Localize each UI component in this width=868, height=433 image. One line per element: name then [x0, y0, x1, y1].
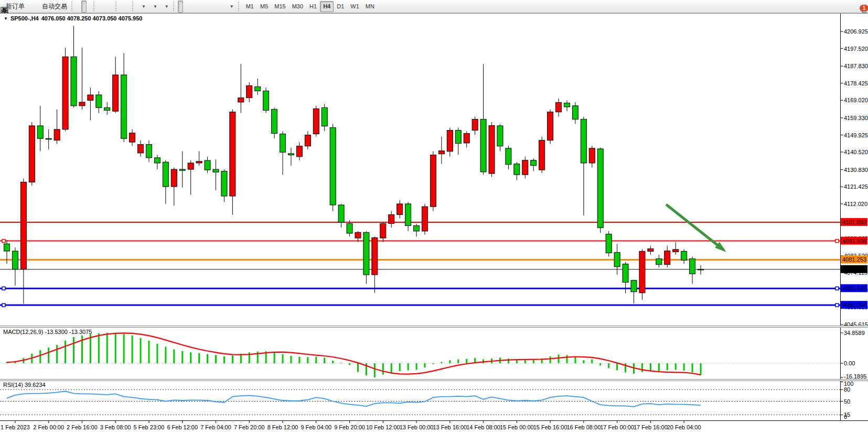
bar-chart-button[interactable]: [76, 1, 81, 13]
crosshair-button[interactable]: [183, 1, 188, 13]
timeframe-mn[interactable]: MN: [362, 1, 378, 12]
toolbar: 新订单自动交易▼▼▼EFAT▼M1M5M15M30H1H4D1W1MN: [0, 0, 868, 13]
candle: [121, 75, 127, 138]
chart-shift-button[interactable]: [125, 1, 131, 13]
candle: [62, 57, 68, 129]
horizontal-line-button[interactable]: [194, 1, 199, 13]
timeframe-d1[interactable]: D1: [334, 1, 347, 12]
vertical-line-button[interactable]: [188, 1, 194, 13]
fibonacci-button[interactable]: F: [209, 1, 215, 13]
candle: [480, 119, 486, 171]
periods-button[interactable]: ▼: [148, 1, 160, 13]
new-order-button-label: 新订单: [6, 2, 25, 11]
time-tick-label: 17 Feb 00:00: [600, 424, 634, 430]
price-tick-label: 4159.330: [844, 115, 868, 121]
market-watch-button[interactable]: [27, 1, 33, 13]
dropdown-caret-icon[interactable]: ▼: [153, 4, 157, 9]
trend-arrow[interactable]: [666, 204, 724, 250]
trendline-button[interactable]: [199, 1, 204, 13]
candle: [263, 91, 269, 110]
candle: [188, 163, 194, 169]
price-tick-label: 4140.520: [844, 149, 868, 155]
candle: [20, 182, 26, 269]
candle: [497, 126, 503, 146]
price-tag-label: 4091.598: [842, 238, 866, 244]
chart-menu-caret-icon[interactable]: ▼: [4, 16, 8, 21]
candle: [405, 204, 411, 226]
text-label-button[interactable]: T: [220, 1, 225, 13]
templates-button[interactable]: ▼: [160, 1, 172, 13]
rsi-label: RSI(14) 39.6234: [3, 382, 46, 388]
candle: [280, 134, 286, 153]
text-button[interactable]: A: [215, 1, 220, 13]
candle: [673, 250, 679, 252]
candle: [690, 259, 695, 274]
price-tick-label: 4045.615: [844, 321, 868, 326]
time-tick-label: 2 Feb 16:00: [67, 424, 98, 430]
candle: [221, 171, 227, 196]
rsi-line: [7, 391, 701, 407]
line-handle[interactable]: [835, 287, 839, 290]
chart-window: ▼ SP500-,H4 4076.050 4078.250 4073.050 4…: [0, 13, 868, 433]
price-tick-label: 4121.425: [844, 183, 868, 190]
timeframe-w1[interactable]: W1: [347, 1, 362, 12]
line-handle[interactable]: [2, 240, 5, 243]
candle: [531, 160, 537, 166]
new-chart-button[interactable]: ▼: [137, 1, 148, 13]
timeframe-m30[interactable]: M30: [289, 1, 306, 12]
rsi-pane: 1008050150: [0, 381, 868, 420]
price-tick-label: 4206.925: [844, 28, 868, 35]
timeframe-h4[interactable]: H4: [320, 1, 334, 12]
timeframe-h1[interactable]: H1: [306, 1, 320, 12]
zoom-in-button[interactable]: [98, 1, 103, 13]
candle: [88, 95, 93, 100]
candle: [380, 223, 386, 238]
candle: [130, 133, 135, 142]
candle: [623, 264, 628, 283]
line-chart-button[interactable]: [87, 1, 92, 13]
time-tick-label: 7 Feb 20:00: [234, 424, 265, 430]
candle: [665, 251, 670, 265]
candle: [272, 109, 277, 133]
line-handle[interactable]: [2, 287, 5, 290]
dropdown-caret-icon[interactable]: ▼: [230, 4, 234, 9]
candle: [556, 103, 562, 112]
toolbar-separator: [238, 2, 241, 11]
candle: [247, 85, 252, 98]
line-handle[interactable]: [2, 304, 5, 307]
candle: [104, 107, 110, 110]
line-handle[interactable]: [835, 240, 839, 243]
timeframe-m5[interactable]: M5: [257, 1, 271, 12]
candle: [438, 151, 444, 154]
price-pane: 4206.9254197.5204187.8304178.4254169.020…: [0, 14, 868, 326]
timeframe-m1[interactable]: M1: [243, 1, 257, 12]
candle: [363, 232, 369, 275]
arrows-button[interactable]: ▼: [225, 1, 237, 13]
candle: [213, 169, 219, 172]
candle: [79, 102, 85, 106]
candlestick-button[interactable]: [81, 1, 87, 13]
time-tick-label: 16 Feb 08:00: [566, 424, 601, 430]
candle: [614, 252, 620, 266]
candle: [681, 251, 687, 260]
candle: [238, 98, 244, 102]
cursor-button[interactable]: [178, 1, 183, 13]
line-handle[interactable]: [835, 304, 839, 307]
candle: [171, 169, 177, 187]
time-axis: 1 Feb 20232 Feb 00:002 Feb 16:003 Feb 08…: [0, 420, 868, 433]
tile-windows-button[interactable]: [109, 1, 114, 13]
zoom-out-button[interactable]: [103, 1, 109, 13]
timeframe-m15[interactable]: M15: [271, 1, 288, 12]
price-tick-label: 4187.830: [844, 63, 868, 69]
autotrading-button[interactable]: 自动交易: [38, 1, 70, 13]
candle: [389, 214, 394, 223]
price-tick-label: 4112.020: [844, 201, 867, 207]
auto-scroll-button[interactable]: [120, 1, 125, 13]
macd-axis-label: 0.00: [844, 360, 855, 366]
dropdown-caret-icon[interactable]: ▼: [142, 4, 146, 9]
data-window-button[interactable]: [33, 1, 38, 13]
equidistant-channel-button[interactable]: E: [204, 1, 209, 13]
toolbar-right: 1: [861, 0, 865, 13]
dropdown-caret-icon[interactable]: ▼: [165, 4, 169, 9]
price-tick-label: 4178.425: [844, 80, 868, 86]
